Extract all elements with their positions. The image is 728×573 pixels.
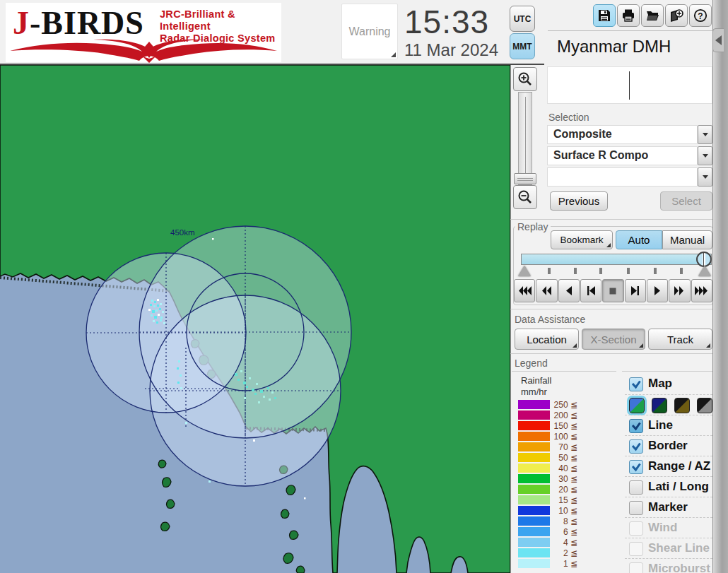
overlay-item-map[interactable]: Map <box>625 374 712 394</box>
utc-timezone-button[interactable]: UTC <box>510 6 535 32</box>
legend-swatch <box>518 463 550 473</box>
legend-row: 50 ≦ <box>518 452 589 463</box>
map-style-row <box>625 396 712 415</box>
section-divider <box>510 219 712 220</box>
check-icon <box>630 378 642 391</box>
replay-timeline-track[interactable] <box>521 254 712 265</box>
zoom-out-icon <box>517 189 533 205</box>
product-dropdown-button[interactable] <box>698 146 712 165</box>
composite-dropdown-button[interactable] <box>698 125 712 144</box>
overlay-item-border[interactable]: Border <box>625 437 712 456</box>
select-button[interactable]: Select <box>660 191 712 211</box>
step-backward-button[interactable] <box>580 279 601 302</box>
overlay-item-lati-long[interactable]: Lati / Long <box>625 478 712 497</box>
selection-label: Selection <box>548 112 589 123</box>
radar-map[interactable]: 450km <box>0 65 510 573</box>
legend-unit-line1: Rainfall <box>521 375 551 386</box>
border-checkbox[interactable] <box>629 439 643 454</box>
map-checkbox[interactable] <box>629 377 643 391</box>
timeline-tick <box>654 268 657 274</box>
product-dropdown-field[interactable]: Surface R Compo <box>547 146 698 165</box>
panel-edge-strip <box>712 0 728 573</box>
zoom-out-button[interactable] <box>513 185 537 209</box>
legend-swatch <box>518 432 550 441</box>
map-style-black-olive[interactable] <box>674 398 690 413</box>
save-icon <box>597 8 611 23</box>
zoom-slider-track[interactable] <box>518 92 532 185</box>
save-button[interactable] <box>593 4 616 27</box>
marker-label: Marker <box>648 500 688 514</box>
line-checkbox[interactable] <box>629 419 643 433</box>
legend-row: 1 ≦ <box>518 558 589 569</box>
replay-timeline-handle[interactable] <box>696 252 712 267</box>
bookmark-button[interactable]: Bookmark <box>551 230 613 249</box>
legend-row: 30 ≦ <box>518 473 589 484</box>
zoom-slider-thumb[interactable] <box>514 173 536 184</box>
replay-label: Replay <box>515 221 551 232</box>
legend-swatch <box>518 485 550 494</box>
play-forward-icon <box>654 286 661 295</box>
legend-value: 30 <box>558 474 568 484</box>
stop-button[interactable] <box>602 279 623 302</box>
map-style-blue-green[interactable] <box>629 398 645 413</box>
logo-title-rest: -BIRDS <box>30 5 144 41</box>
timeline-start-marker[interactable] <box>518 266 531 276</box>
legend-swatch <box>518 559 550 568</box>
overlay-item-range-az[interactable]: Range / AZ <box>625 457 712 477</box>
add-window-icon <box>669 8 683 23</box>
overlay-item-line[interactable]: Line <box>625 416 712 436</box>
mmt-timezone-button[interactable]: MMT <box>510 33 535 59</box>
legend-value: 150 <box>554 421 568 431</box>
sub-product-dropdown-button[interactable] <box>698 167 712 187</box>
play-reverse-button[interactable] <box>558 279 580 302</box>
shear-line-checkbox <box>629 542 643 556</box>
zoom-slider-groove <box>525 97 526 180</box>
chevron-left-icon <box>715 35 722 45</box>
legend-value: 10 <box>558 506 568 516</box>
panel-collapse-button[interactable] <box>712 28 724 52</box>
sub-product-dropdown-field[interactable] <box>547 167 698 187</box>
legend-value: 1 <box>563 559 568 569</box>
overlay-separator <box>625 538 712 538</box>
xsection-button[interactable]: X-Section <box>582 329 645 350</box>
warning-button[interactable]: Warning <box>341 4 398 59</box>
check-icon <box>630 461 642 473</box>
legend-row: 2 ≦ <box>518 548 589 558</box>
map-style-black-gray[interactable] <box>697 398 712 413</box>
overlay-item-shear-line: Shear Line <box>625 539 712 559</box>
add-window-button[interactable] <box>665 4 688 27</box>
section-divider <box>510 309 712 309</box>
border-label: Border <box>648 439 688 453</box>
auto-mode-button[interactable]: Auto <box>616 230 662 249</box>
open-folder-button[interactable] <box>641 4 664 27</box>
forward-fastest-button[interactable] <box>691 279 712 302</box>
forward-fast-icon <box>674 286 684 295</box>
track-button[interactable]: Track <box>648 329 712 350</box>
legend-swatch <box>518 495 550 504</box>
overlay-item-marker[interactable]: Marker <box>625 498 712 518</box>
map-style-navy-darkgreen[interactable] <box>652 398 667 413</box>
print-button[interactable] <box>617 4 640 27</box>
logo-title-accent: J <box>13 5 30 41</box>
selection-input-box[interactable] <box>547 66 712 104</box>
lati-long-checkbox[interactable] <box>629 480 643 495</box>
rewind-fastest-button[interactable] <box>514 279 535 302</box>
rewind-fast-button[interactable] <box>536 279 557 302</box>
forward-fast-button[interactable] <box>669 279 690 302</box>
jbirds-logo: J-BIRDS JRC-Brilliant & Intelligent Rada… <box>6 3 281 62</box>
help-button[interactable]: ? <box>689 4 712 27</box>
shear-line-label: Shear Line <box>648 541 710 555</box>
lte-symbol: ≦ <box>570 559 577 569</box>
composite-dropdown-field[interactable]: Composite <box>547 125 698 144</box>
step-forward-button[interactable] <box>625 279 646 302</box>
zoom-in-button[interactable] <box>513 67 537 91</box>
timeline-end-marker[interactable] <box>698 266 711 276</box>
marker-checkbox[interactable] <box>629 501 643 515</box>
manual-mode-button[interactable]: Manual <box>662 230 712 249</box>
play-forward-button[interactable] <box>647 279 668 302</box>
play-reverse-icon <box>565 286 573 295</box>
previous-button[interactable]: Previous <box>550 191 608 211</box>
lte-symbol: ≦ <box>570 453 577 463</box>
location-button[interactable]: Location <box>515 329 579 350</box>
range-az-checkbox[interactable] <box>629 460 643 474</box>
